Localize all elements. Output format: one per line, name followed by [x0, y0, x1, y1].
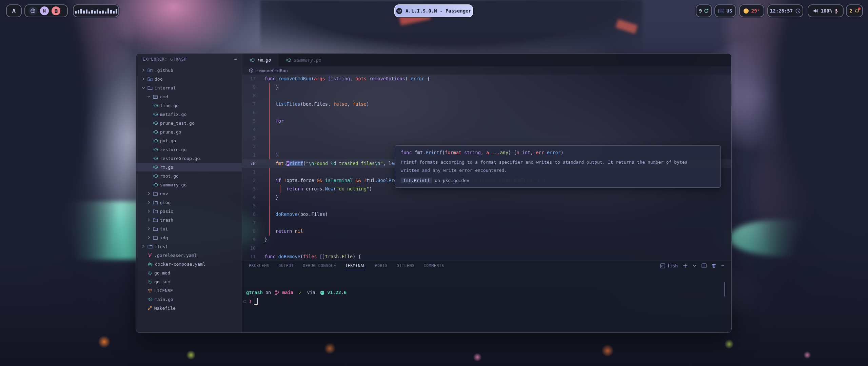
tree-item-xdg[interactable]: xdg — [136, 233, 242, 242]
panel-tab-debug-console[interactable]: DEBUG CONSOLE — [303, 262, 336, 269]
code-token: ) — [325, 211, 328, 217]
visualizer-bar — [75, 11, 77, 14]
shell-selector[interactable]: fish — [660, 263, 678, 268]
panel-tab-ports[interactable]: PORTS — [375, 262, 388, 269]
kill-terminal-trash-icon[interactable] — [712, 263, 716, 268]
keyboard-layout-pill[interactable]: US — [714, 4, 736, 17]
tab-label: summary.go — [294, 57, 321, 63]
tree-item-cmd[interactable]: cmd — [136, 92, 242, 101]
code-line[interactable]: 6 doRemove(box.Files) — [242, 210, 731, 219]
code-line-text — [256, 125, 264, 134]
panel-tab-output[interactable]: OUTPUT — [278, 262, 294, 269]
tree-item-internal[interactable]: internal — [136, 83, 242, 92]
code-line[interactable]: 7 — [242, 219, 731, 227]
tree-item-doc[interactable]: doc — [136, 75, 242, 83]
notification-count: 2 — [849, 8, 852, 14]
tree-item-env[interactable]: env — [136, 189, 242, 198]
go-file-icon — [153, 130, 158, 134]
explorer-actions-icon[interactable]: ⋯ — [234, 56, 237, 62]
tree-item-label: restoreGroup.go — [160, 156, 200, 161]
code-line[interactable]: 3 — [242, 134, 731, 142]
updates-count: 9 — [699, 8, 702, 14]
tree-item-itest[interactable]: itest — [136, 242, 242, 251]
editor-tab-rm.go[interactable]: rm.go — [242, 54, 279, 66]
tree-item-LICENSE[interactable]: LICENSE — [136, 286, 242, 295]
line-number: 1 — [242, 151, 256, 159]
tree-item-tui[interactable]: tui — [136, 224, 242, 233]
code-line[interactable]: 8 — [242, 92, 731, 100]
tree-item-label: prune_test.go — [160, 121, 195, 126]
terminal-input-line[interactable]: ○ ❯ — [242, 297, 731, 305]
code-line[interactable]: 8 return nil — [242, 227, 731, 236]
split-terminal-icon[interactable] — [702, 263, 707, 268]
terminal-scrollbar[interactable] — [724, 282, 725, 297]
microphone-icon — [834, 8, 838, 14]
breadcrumb[interactable]: removeCmdRun — [242, 66, 731, 75]
tree-item-docker-compose.yaml[interactable]: docker-compose.yaml — [136, 260, 242, 268]
visualizer-bar — [94, 11, 96, 14]
tree-item-.goreleaser.yaml[interactable]: .goreleaser.yaml — [136, 251, 242, 260]
tree-item-main.go[interactable]: main.go — [136, 295, 242, 304]
code-line[interactable]: 9} — [242, 236, 731, 244]
code-line[interactable]: 7 listFiles(box.Files, false, false) — [242, 100, 731, 108]
document-app-button[interactable] — [52, 6, 60, 15]
code-line[interactable]: 4 } — [242, 193, 731, 202]
tree-item-go.sum[interactable]: go.sum — [136, 277, 242, 286]
code-token: removeOptions — [369, 76, 405, 81]
code-line[interactable]: 9 } — [242, 83, 731, 92]
panel-tab-gitlens[interactable]: GITLENS — [397, 262, 415, 269]
tooltip-link-text[interactable]: on pkg.go.dev — [435, 178, 469, 183]
launcher-pill[interactable]: Λ — [6, 4, 22, 17]
code-token: \n — [309, 161, 314, 166]
tree-item-Makefile[interactable]: Makefile — [136, 304, 242, 312]
weather-pill[interactable]: 29° — [739, 4, 764, 17]
chevron-down-icon[interactable] — [693, 264, 696, 267]
browser-app-button[interactable] — [28, 6, 37, 15]
code-line[interactable]: 10 — [242, 244, 731, 252]
code-token — [264, 101, 276, 107]
code-line[interactable]: 5 for — [242, 117, 731, 125]
notion-app-button[interactable]: N — [40, 6, 49, 15]
audio-pill[interactable]: 100% — [808, 4, 844, 17]
clock-pill[interactable]: 12:28:57 — [767, 4, 803, 17]
code-token: box.Files — [303, 101, 328, 107]
code-line-text: return errors.New("do nothing") — [256, 185, 372, 193]
tree-item-glog[interactable]: glog — [136, 198, 242, 207]
tree-item-label: restore.go — [160, 147, 186, 152]
tree-item-label: .goreleaser.yaml — [154, 253, 197, 258]
panel-tab-terminal[interactable]: TERMINAL — [345, 262, 366, 269]
tree-item-label: Makefile — [154, 306, 176, 311]
notion-icon: N — [43, 8, 46, 14]
audio-visualizer-pill[interactable] — [73, 4, 119, 17]
code-line-text: listFiles(box.Files, false, false) — [256, 100, 369, 108]
code-line-text: } — [256, 83, 278, 92]
code-token: files — [303, 254, 317, 259]
code-line[interactable]: 6 — [242, 108, 731, 117]
code-token: main — [279, 288, 293, 297]
code-token: int — [522, 150, 530, 155]
code-line[interactable]: 11func doRemove(files []trash.File) { — [242, 252, 731, 261]
code-token: ... — [492, 150, 500, 155]
tree-item-go.mod[interactable]: go.mod — [136, 268, 242, 277]
code-line-text: doRemove(box.Files) — [256, 210, 328, 219]
terminal[interactable]: gtrash on main ✓ via v1.22.6 ○ ❯ — [242, 276, 731, 332]
panel-tab-problems[interactable]: PROBLEMS — [249, 262, 269, 269]
tree-item-.github[interactable]: .github — [136, 66, 242, 75]
tree-item-label: glog — [160, 200, 171, 205]
code-line[interactable]: 17func removeCmdRun(args []string, opts … — [242, 75, 731, 83]
tree-item-trash[interactable]: trash — [136, 216, 242, 224]
new-terminal-icon[interactable] — [683, 263, 688, 268]
panel-more-actions-icon[interactable]: ⋯ — [721, 263, 725, 269]
media-player-pill[interactable]: A.L.I.S.O.N - Passenger — [394, 4, 473, 17]
code-token: { — [358, 254, 361, 259]
code-line[interactable]: 4 — [242, 125, 731, 134]
tree-item-label: .github — [155, 68, 173, 73]
code-token: return — [287, 186, 306, 191]
tree-item-posix[interactable]: posix — [136, 207, 242, 216]
code-line[interactable]: 5 — [242, 202, 731, 210]
editor-tab-summary.go[interactable]: summary.go — [279, 54, 329, 66]
code-token: if — [276, 178, 284, 183]
updates-pill[interactable]: 9 — [696, 4, 712, 17]
panel-tab-comments[interactable]: COMMENTS — [424, 262, 444, 269]
notifications-pill[interactable]: 2 — [846, 4, 863, 17]
